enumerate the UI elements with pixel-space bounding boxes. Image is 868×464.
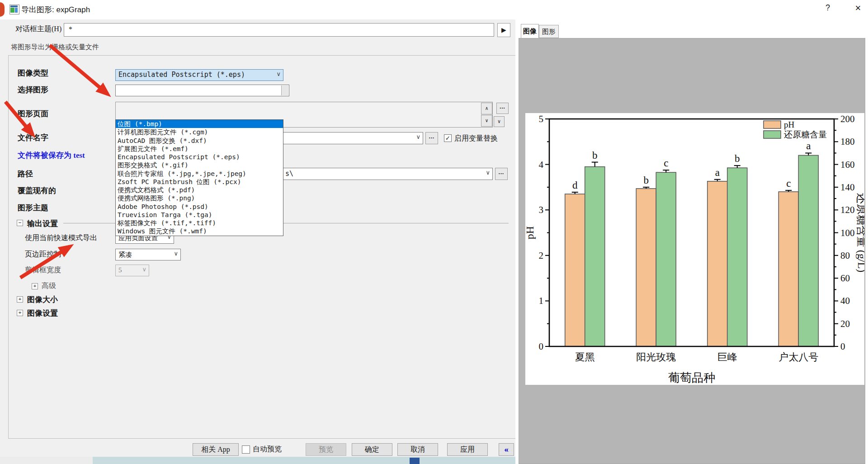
format-option[interactable]: Windows 图元文件 (*.wmf) (116, 227, 283, 235)
image-type-combo[interactable]: Encapsulated Postscript (*.eps) ∨ (115, 69, 283, 81)
expand-image-size-icon[interactable]: + (17, 296, 23, 303)
quick-mode-label: 使用当前快速模式导出 (25, 233, 97, 243)
file-name-browse-button[interactable]: ••• (425, 132, 438, 144)
path-browse-button[interactable]: ••• (495, 168, 508, 180)
dialog-theme-label: 对话框主题(H) (15, 24, 61, 34)
workspace-behind-window (410, 458, 420, 464)
help-icon[interactable]: ? (822, 3, 834, 15)
clip-width-label: 剪辑框宽度 (25, 265, 61, 275)
path-visible-text: s\ (285, 170, 293, 178)
file-name-label: 文件名字 (18, 133, 48, 143)
dialog-title: 导出图形: expGraph (21, 5, 90, 15)
svg-text:5: 5 (539, 114, 544, 124)
graph-page-browse-button[interactable]: ••• (496, 103, 509, 114)
ok-button[interactable]: 确定 (352, 443, 392, 456)
format-option[interactable]: Encapsulated Postscript (*.eps) (116, 153, 283, 161)
auto-preview-label: 自动预览 (253, 445, 282, 454)
svg-text:葡萄品种: 葡萄品种 (668, 371, 715, 384)
overwrite-label: 覆盖现有的 (18, 185, 56, 196)
format-option[interactable]: 位图 (*.bmp) (116, 120, 283, 128)
export-graph-dialog: 导出图形: expGraph ? × 对话框主题(H) * ▶ 将图形导出为栅格… (0, 0, 868, 464)
svg-text:0: 0 (539, 341, 544, 352)
svg-text:c: c (786, 178, 791, 189)
preview-button: 预览 (306, 443, 346, 456)
svg-text:a: a (806, 140, 811, 152)
select-graph-combo[interactable] (115, 85, 289, 96)
svg-text:200: 200 (840, 114, 855, 124)
svg-text:100: 100 (840, 227, 855, 238)
format-option[interactable]: AutoCAD 图形交换 (*.dxf) (116, 137, 283, 145)
format-option[interactable]: Truevision Targa (*.tga) (116, 211, 283, 219)
collapse-output-settings-icon[interactable]: − (17, 220, 23, 226)
collapse-dialog-button[interactable]: « (499, 443, 514, 456)
svg-text:160: 160 (840, 159, 855, 170)
title-bar: 导出图形: expGraph ? × (0, 0, 868, 20)
variable-substitution-checkbox[interactable]: ✓ (444, 134, 452, 142)
format-option[interactable]: Adobe Photoshop (*.psd) (116, 203, 283, 211)
related-app-button[interactable]: 相关 App (193, 443, 239, 456)
dialog-body: 对话框主题(H) * ▶ 将图形导出为栅格或矢量文件 图像类型 选择图形 图形页… (0, 19, 515, 464)
expand-image-settings-icon[interactable]: + (17, 310, 23, 316)
cancel-button[interactable]: 取消 (397, 443, 438, 456)
format-option[interactable]: 联合照片专家组 (*.jpg,*.jpe,*.jpeg) (116, 170, 283, 178)
svg-text:还原糖含量 (g/L): 还原糖含量 (g/L) (856, 193, 864, 272)
format-option[interactable]: 便携式文档格式 (*.pdf) (116, 186, 283, 194)
chevron-down-icon: ∨ (142, 266, 146, 273)
format-option[interactable]: 标签图像文件 (*.tif,*.tiff) (116, 219, 283, 227)
tab-graph[interactable]: 图形 (539, 25, 559, 38)
svg-text:4: 4 (539, 159, 544, 170)
image-type-label: 图像类型 (18, 68, 48, 78)
svg-text:d: d (572, 180, 578, 191)
svg-text:阳光玫瑰: 阳光玫瑰 (636, 351, 676, 363)
format-option[interactable]: 图形交换格式 (*.gif) (116, 161, 283, 169)
apply-button[interactable]: 应用 (447, 443, 488, 456)
dialog-description: 将图形导出为栅格或矢量文件 (11, 43, 99, 52)
theme-flyout-button[interactable]: ▶ (497, 23, 510, 37)
image-size-label: 图像大小 (27, 294, 58, 305)
format-dropdown-list: 位图 (*.bmp)计算机图形图元文件 (*.cgm)AutoCAD 图形交换 … (115, 119, 283, 236)
chevron-down-icon: ∨ (486, 169, 490, 176)
format-option[interactable]: 扩展图元文件 (*.emf) (116, 145, 283, 153)
expand-advanced-icon[interactable]: + (32, 283, 38, 289)
svg-text:60: 60 (840, 273, 850, 284)
svg-text:0: 0 (840, 341, 845, 352)
select-graph-label: 选择图形 (18, 85, 48, 95)
clip-width-combo: 5 ∨ (115, 265, 149, 276)
file-save-note: 文件将被保存为 test (18, 150, 85, 161)
dialog-theme-input[interactable]: * (64, 23, 494, 37)
svg-text:b: b (592, 150, 598, 161)
svg-text:巨峰: 巨峰 (717, 351, 737, 363)
format-option[interactable]: 便携式网络图形 (*.png) (116, 194, 283, 202)
margin-label: 页边距控制 (25, 250, 61, 259)
svg-text:140: 140 (840, 182, 855, 193)
svg-text:120: 120 (840, 204, 855, 215)
spin-down-button[interactable]: ∨ (481, 115, 492, 127)
svg-text:2: 2 (539, 250, 544, 261)
image-settings-label: 图像设置 (27, 308, 58, 318)
output-settings-title: 输出设置 (27, 218, 58, 229)
auto-preview-checkbox[interactable] (242, 445, 250, 454)
svg-text:180: 180 (840, 136, 855, 147)
svg-text:还原糖含量: 还原糖含量 (784, 130, 827, 139)
margin-combo[interactable]: 紧凑 ∨ (115, 249, 181, 260)
format-option[interactable]: Zsoft PC Paintbrush 位图 (*.pcx) (116, 178, 283, 186)
format-option[interactable]: 计算机图形图元文件 (*.cgm) (116, 128, 283, 136)
svg-text:80: 80 (840, 250, 850, 261)
svg-text:夏黑: 夏黑 (575, 351, 595, 363)
svg-text:40: 40 (840, 295, 850, 306)
svg-text:c: c (664, 157, 668, 169)
chevron-down-icon: ∨ (276, 71, 281, 77)
svg-text:20: 20 (840, 318, 850, 329)
tab-image[interactable]: 图像 (521, 24, 539, 38)
close-icon[interactable]: × (852, 2, 864, 15)
graph-theme-label: 图形主题 (18, 203, 48, 213)
svg-text:b: b (735, 153, 740, 164)
svg-text:a: a (715, 167, 720, 178)
svg-text:pH: pH (525, 226, 536, 239)
preview-canvas: 012345020406080100120140160180200db夏黑bc阳… (519, 38, 865, 464)
variable-substitution-label: 启用变量替换 (454, 134, 498, 143)
clipped-app-icon (0, 2, 5, 17)
svg-text:pH: pH (784, 120, 795, 129)
graph-page-dropdown-button[interactable]: ∨ (494, 116, 505, 127)
spin-up-button[interactable]: ∧ (481, 103, 492, 114)
